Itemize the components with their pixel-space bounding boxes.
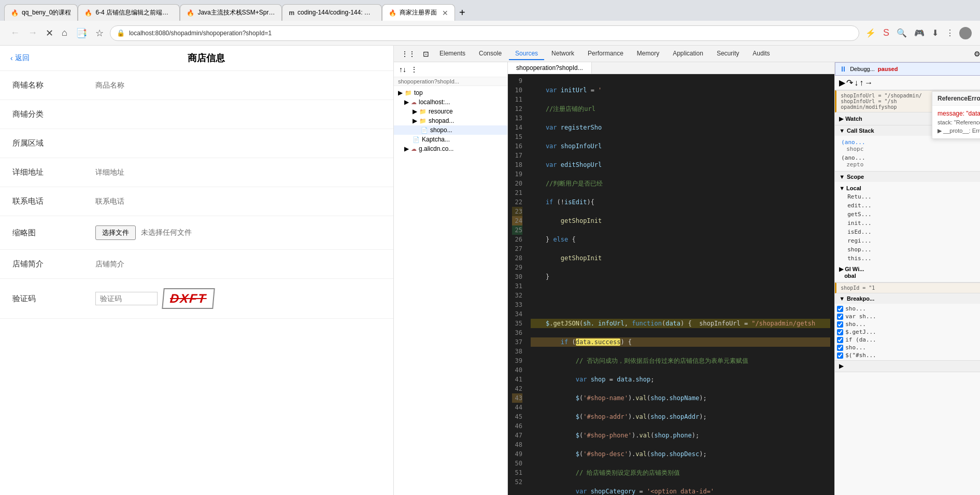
forward-button[interactable]: →	[26, 25, 39, 40]
extensions-button[interactable]: ⚡	[863, 26, 878, 40]
form-row-address: 详细地址 详细地址	[0, 158, 393, 187]
star-button[interactable]: ☆	[93, 25, 106, 41]
devtools-tab-performance[interactable]: Performance	[581, 48, 630, 60]
devtools-dock-button[interactable]: ⋮⋮	[398, 49, 419, 59]
captcha-image: DXFT	[162, 288, 215, 309]
bp-cb-4[interactable]	[837, 329, 843, 335]
folder-icon-shopad: 📁	[419, 118, 427, 124]
tree-item-alicdn[interactable]: ▶ ☁ g.alicdn.co...	[394, 144, 507, 153]
reload-button[interactable]: ✕	[44, 25, 55, 41]
step-out-button[interactable]: ↑	[859, 78, 863, 88]
tree-item-top[interactable]: ▶ 📁 top	[394, 88, 507, 97]
devtools-tab-console[interactable]: Console	[473, 48, 508, 60]
search-button[interactable]: 🔍	[894, 26, 909, 40]
file-icon-kaptcha: 📄	[413, 136, 420, 143]
tree-label-shopo: shopo...	[430, 126, 452, 134]
code-editor: shopoperation?shopId... ReferenceError: …	[508, 62, 834, 495]
tab-2-title: 6-4 店铺信息编辑之前端实现_慕课网	[95, 8, 173, 17]
download-button[interactable]: ⬇	[930, 26, 941, 40]
scope-local-items: Retu... edit... getS... init... isEd... …	[839, 192, 980, 263]
sources-more-btn[interactable]: ⋮	[409, 64, 419, 75]
new-tab-button[interactable]: +	[455, 5, 470, 21]
tab-5[interactable]: 🔥 商家注册界面 ✕	[382, 4, 455, 21]
scope-item-gets: getS...	[845, 210, 980, 219]
pause-text: Debugg...	[850, 66, 875, 72]
bp-cb-7[interactable]	[837, 352, 843, 359]
captcha-input[interactable]	[95, 292, 158, 305]
value-shop-name: 商品名称	[83, 71, 393, 100]
tree-label-shopad: shopad...	[429, 117, 454, 124]
back-button[interactable]: ←	[8, 25, 22, 40]
address-bar[interactable]: 🔒 localhost:8080/shopadmin/shopoperation…	[110, 25, 859, 41]
file-choose-button[interactable]: 选择文件	[95, 225, 136, 240]
devtools-tab-memory[interactable]: Memory	[631, 48, 665, 60]
devtools-tab-network[interactable]: Network	[545, 48, 580, 60]
sources-sync-btn[interactable]: ↑↓	[398, 64, 407, 75]
editor-tabs: shopoperation?shopId...	[508, 62, 834, 74]
resume-button[interactable]: ▶	[839, 78, 845, 88]
value-thumbnail: 选择文件 未选择任何文件	[83, 216, 393, 250]
bp-cb-3[interactable]	[837, 321, 843, 328]
step-button[interactable]: →	[864, 78, 873, 88]
call-stack-content: (ano...shopc (ano...zepto	[835, 136, 980, 171]
call-stack-item-1[interactable]: (ano...shopc	[839, 138, 980, 153]
bp-text-4: $.getJ...	[845, 329, 876, 335]
bookmarks-button[interactable]: 📑	[74, 25, 89, 41]
devtools-tab-sources[interactable]: Sources	[509, 48, 544, 60]
tab-2[interactable]: 🔥 6-4 店铺信息编辑之前端实现_慕课网	[78, 4, 180, 21]
folder-icon-alicdn: ☁	[411, 146, 417, 152]
sougou-icon[interactable]: S	[881, 25, 891, 40]
toolbar: ← → ✕ ⌂ 📑 ☆ 🔒 localhost:8080/shopadmin/s…	[0, 21, 980, 46]
more-button[interactable]: ⋮	[944, 26, 956, 40]
bp-cb-6[interactable]	[837, 345, 843, 351]
devtools-tab-elements[interactable]: Elements	[433, 48, 472, 60]
xhr-header[interactable]: ▶	[835, 361, 980, 372]
step-over-button[interactable]: ↷	[846, 78, 853, 88]
breakpoints-expand-icon: ▼	[839, 295, 845, 302]
devtools-undock-button[interactable]: ⊡	[420, 49, 432, 59]
tab-3-title: Java主流技术栈SSM+SpringBoot二...	[197, 8, 275, 17]
line-numbers: 910111213 1415161718 19202122 23 24 2526…	[508, 74, 527, 495]
bp-cb-1[interactable]	[837, 306, 843, 312]
step-into-button[interactable]: ↓	[854, 78, 858, 88]
call-stack-item-2[interactable]: (ano...zepto	[839, 153, 980, 169]
devtools-settings-button[interactable]: ⚙	[974, 50, 980, 58]
label-shop-name: 商铺名称	[0, 71, 83, 100]
value-address: 详细地址	[83, 158, 393, 187]
xhr-expand-icon: ▶	[839, 363, 843, 370]
back-label: 返回	[15, 53, 30, 63]
devtools-tab-audits[interactable]: Audits	[746, 48, 776, 60]
folder-icon-resource: 📁	[419, 108, 427, 115]
home-button[interactable]: ⌂	[60, 25, 69, 40]
tree-item-shopo[interactable]: 📄 shopo...	[394, 125, 507, 135]
xhr-section: ▶	[835, 361, 980, 372]
breakpoints-list: sho... var sh... sho... $.getJ...	[835, 304, 980, 360]
call-stack-label: Call Stack	[847, 128, 874, 134]
back-nav-button[interactable]: ‹ 返回	[10, 53, 30, 63]
scope-header[interactable]: ▼ Scope	[835, 172, 980, 182]
tree-label-localhost: localhost:...	[419, 98, 450, 106]
tree-item-localhost[interactable]: ▶ ☁ localhost:...	[394, 97, 507, 107]
scope-expand-icon: ▼	[839, 174, 845, 180]
bp-cb-2[interactable]	[837, 314, 843, 320]
bp-cb-5[interactable]	[837, 337, 843, 343]
code-content[interactable]: 910111213 1415161718 19202122 23 24 2526…	[508, 74, 834, 495]
tree-item-resource[interactable]: ▶ 📁 resource	[394, 107, 507, 116]
gamepad-icon[interactable]: 🎮	[912, 26, 927, 40]
tab-1[interactable]: 🔥 qq_beny_0的课程	[4, 4, 78, 21]
tree-item-shopad[interactable]: ▶ 📁 shopad...	[394, 116, 507, 125]
tab-3[interactable]: 🔥 Java主流技术栈SSM+SpringBoot二...	[180, 4, 282, 21]
tree-item-kaptcha[interactable]: 📄 Kaptcha...	[394, 135, 507, 144]
tab-4[interactable]: m coding-144/coding-144: 毕设项目	[282, 4, 382, 21]
web-header: ‹ 返回 商店信息	[0, 46, 393, 71]
tab-4-title: coding-144/coding-144: 毕设项目	[297, 8, 375, 17]
breakpoints-header[interactable]: ▼ Breakpo...	[835, 293, 980, 304]
devtools-tab-application[interactable]: Application	[666, 48, 709, 60]
devtools-tab-security[interactable]: Security	[711, 48, 745, 60]
editor-tab-shopo[interactable]: shopoperation?shopId...	[508, 62, 592, 74]
bp-item-5: if (da...	[837, 336, 980, 344]
form-row-area: 所属区域	[0, 129, 393, 158]
debugger-controls: ▶ ↷ ↓ ↑ → ⊖ ⬡	[835, 76, 980, 90]
bp-text-7: $("#sh...	[845, 352, 876, 359]
tab-5-close[interactable]: ✕	[442, 9, 448, 17]
